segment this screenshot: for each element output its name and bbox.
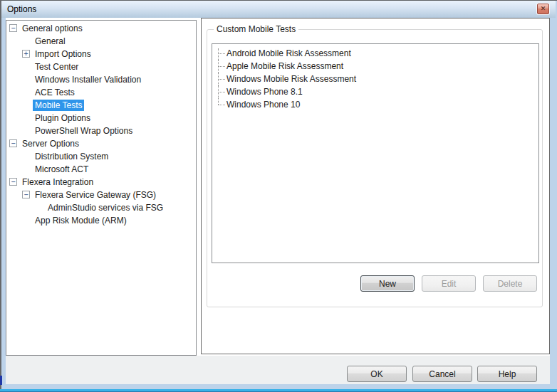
tree-connector-icon [215,85,227,98]
tree-item-adminstudio-services-via-fsg[interactable]: AdminStudio services via FSG [6,201,196,214]
tree-item-label: Plugin Options [35,113,90,123]
tree-item-label: General [35,36,66,46]
background-window-edge [0,0,1,392]
tree-item-label: Microsoft ACT [35,164,88,174]
custom-tests-list: Android Mobile Risk Assessment Apple Mob… [212,43,539,263]
tree-item-app-risk-module-arm[interactable]: App Risk Module (ARM) [6,214,196,227]
group-title: Custom Mobile Tests [214,24,298,34]
tree-item-general-options[interactable]: − General options [6,22,196,35]
tree-item-microsoft-act[interactable]: Microsoft ACT [6,163,196,176]
custom-test-label: Windows Mobile Risk Assessment [227,73,356,85]
tree-item-label: AdminStudio services via FSG [48,203,163,213]
tree-item-server-options[interactable]: − Server Options [6,137,196,150]
tree-item-label: General options [22,23,83,33]
tree-item-general[interactable]: General [6,35,196,48]
custom-test-label: Windows Phone 8.1 [227,85,303,98]
delete-button[interactable]: Delete [483,275,537,292]
close-button[interactable]: ✕ [537,4,549,14]
custom-test-item[interactable]: Windows Mobile Risk Assessment [215,73,538,85]
tree-item-label: PowerShell Wrap Options [35,126,132,136]
expander-icon[interactable]: − [9,24,17,32]
expander-icon[interactable]: + [22,50,30,58]
tree-item-label: Distribution System [35,152,108,161]
edit-button[interactable]: Edit [422,275,476,292]
window-border-top [0,0,557,1]
close-icon: ✕ [538,4,548,14]
tree-item-label: Mobile Tests [33,100,84,111]
custom-test-item[interactable]: Windows Phone 10 [215,98,538,111]
tree-item-test-center[interactable]: Test Center [6,60,196,73]
ok-button[interactable]: OK [347,366,407,382]
new-button[interactable]: New [360,275,415,292]
tree-item-plugin-options[interactable]: Plugin Options [6,112,196,125]
background-accent [0,376,2,385]
expander-icon[interactable]: − [9,139,17,147]
tree-connector-icon [215,73,227,85]
tree-item-import-options[interactable]: + Import Options [6,48,196,60]
title-bar[interactable]: Options ✕ [1,1,556,18]
tree-connector-icon [215,47,227,60]
custom-test-item[interactable]: Windows Phone 8.1 [215,85,538,98]
tree-item-ace-tests[interactable]: ACE Tests [6,86,196,99]
tree-item-label: ACE Tests [35,88,75,97]
expander-icon[interactable]: − [22,191,30,198]
tree-item-label: Import Options [35,49,91,59]
tree-item-label: Server Options [22,139,79,149]
custom-test-label: Android Mobile Risk Assessment [227,47,351,60]
window-title: Options [7,1,36,18]
tree-item-mobile-tests[interactable]: Mobile Tests [6,99,196,112]
tree-connector-icon [215,98,227,111]
tree-item-powershell-wrap-options[interactable]: PowerShell Wrap Options [6,125,196,137]
options-tree: − General options General + Import Optio… [6,20,197,356]
tree-item-flexera-service-gateway-fsg[interactable]: − Flexera Service Gateway (FSG) [6,189,196,201]
expander-icon[interactable]: − [9,178,17,186]
tree-item-flexera-integration[interactable]: − Flexera Integration [6,176,196,189]
tree-item-windows-installer-validation[interactable]: Windows Installer Validation [6,73,196,86]
tree-item-label: Windows Installer Validation [35,75,141,85]
cancel-button[interactable]: Cancel [412,366,472,382]
tree-connector-icon [215,60,227,73]
custom-test-item[interactable]: Android Mobile Risk Assessment [215,47,538,60]
custom-test-label: Windows Phone 10 [227,98,300,111]
tree-item-label: App Risk Module (ARM) [35,216,127,226]
options-dialog: Options ✕ − General options General + Im… [0,0,557,392]
custom-test-item[interactable]: Apple Mobile Risk Assessment [215,60,538,73]
custom-test-label: Apple Mobile Risk Assessment [227,60,343,73]
settings-panel: Custom Mobile Tests Android Mobile Risk … [201,18,550,354]
tree-item-label: Test Center [35,62,78,72]
tree-item-distribution-system[interactable]: Distribution System [6,150,196,163]
tree-item-label: Flexera Integration [22,177,93,187]
tree-item-label: Flexera Service Gateway (FSG) [35,190,156,200]
help-button[interactable]: Help [477,366,537,382]
